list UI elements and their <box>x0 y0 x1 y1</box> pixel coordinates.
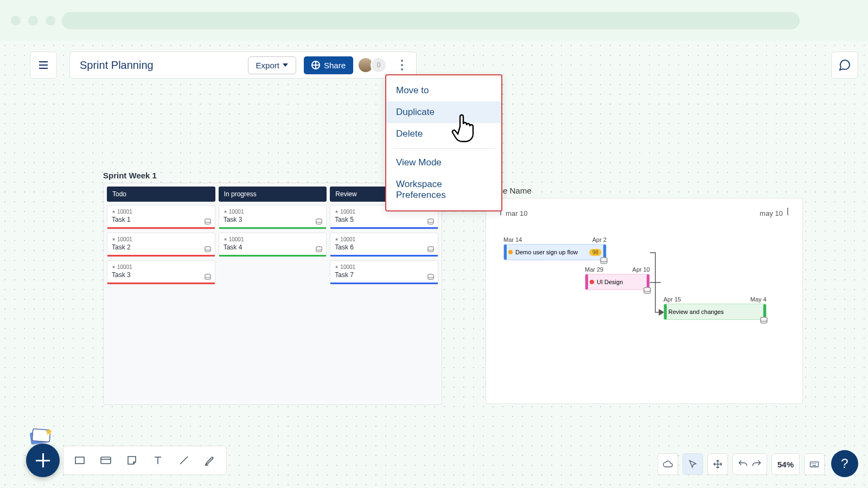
database-icon[interactable] <box>643 286 652 295</box>
menu-item-view-mode[interactable]: View Mode <box>386 152 501 174</box>
database-icon[interactable] <box>599 256 608 265</box>
sticky-note-tool[interactable] <box>120 448 144 472</box>
move-icon <box>712 459 723 470</box>
card-title: Task 7 <box>335 271 433 279</box>
rectangle-tool[interactable] <box>68 448 92 472</box>
kanban-column[interactable]: In progress10001 Task 3 10001 Task 4 <box>219 187 327 401</box>
database-icon[interactable] <box>427 273 435 281</box>
card-id: 10001 <box>224 209 322 215</box>
rectangle-icon <box>73 454 86 467</box>
database-icon[interactable] <box>204 218 212 226</box>
timeline-bar[interactable]: Apr 15May 4 Review and changes <box>663 296 767 320</box>
svg-rect-6 <box>75 457 84 464</box>
menu-item-delete[interactable]: Delete <box>386 123 501 145</box>
card-tool[interactable] <box>94 448 118 472</box>
cloud-icon <box>662 459 673 470</box>
bar-label: UI Design <box>597 279 623 285</box>
help-button[interactable]: ? <box>831 450 858 477</box>
bar-dates: Mar 29Apr 10 <box>585 266 650 273</box>
database-icon[interactable] <box>204 246 212 253</box>
resize-handle-left[interactable] <box>664 304 667 319</box>
column-header[interactable]: Todo <box>107 187 215 202</box>
canvas[interactable]: Sprint Planning Export Share 0 Move to D… <box>0 41 868 488</box>
pointer-tool[interactable] <box>682 453 703 475</box>
zoom-level[interactable]: 54% <box>771 453 800 475</box>
timeline-bar[interactable]: Mar 14Apr 2 Demo user sign up flow98 <box>503 236 607 260</box>
caret-down-icon <box>283 63 288 67</box>
shape-toolbar <box>63 446 227 475</box>
database-icon[interactable] <box>204 273 212 281</box>
browser-chrome <box>0 0 868 41</box>
kanban-column[interactable]: Review10001 Task 5 10001 Task 6 10001 Ta… <box>330 187 438 401</box>
text-tool[interactable] <box>146 448 170 472</box>
kanban-card[interactable]: 10001 Task 4 <box>219 233 327 257</box>
redo-icon[interactable] <box>751 459 762 470</box>
bar-body[interactable]: UI Design <box>585 274 650 290</box>
export-label: Export <box>256 61 279 70</box>
document-title[interactable]: Sprint Planning <box>80 59 240 72</box>
resize-handle-left[interactable] <box>504 245 507 260</box>
pan-tool[interactable] <box>707 453 728 475</box>
card-icon <box>99 454 112 467</box>
kanban-card[interactable]: 10001 Task 7 <box>330 260 438 285</box>
kanban-card[interactable]: 10001 Task 3 <box>107 260 215 285</box>
more-options-button[interactable] <box>394 54 410 76</box>
kanban-card[interactable]: 10001 Task 3 <box>219 205 327 229</box>
card-stripe <box>330 282 438 284</box>
line-tool[interactable] <box>172 448 196 472</box>
view-controls: 54% <box>658 453 825 475</box>
title-bar: Sprint Planning Export Share 0 <box>69 52 417 79</box>
menu-item-workspace-preferences[interactable]: Workspace Preferences <box>386 174 501 206</box>
comments-button[interactable] <box>831 52 858 79</box>
database-icon[interactable] <box>760 316 768 325</box>
card-stripe <box>330 227 438 229</box>
database-icon[interactable] <box>315 246 323 253</box>
bar-dates: Mar 14Apr 2 <box>503 236 607 243</box>
database-icon[interactable] <box>427 218 435 226</box>
column-header[interactable]: In progress <box>219 187 327 202</box>
hamburger-menu-button[interactable] <box>30 52 57 79</box>
kanban-card[interactable]: 10001 Task 2 <box>107 233 215 257</box>
card-id: 10001 <box>112 236 210 242</box>
menu-item-move-to[interactable]: Move to <box>386 80 501 101</box>
avatar-more-count[interactable]: 0 <box>371 57 387 73</box>
share-button[interactable]: Share <box>304 56 353 74</box>
bar-label: Review and changes <box>668 309 724 315</box>
timeline-header: mar 10 may 10 <box>493 209 796 217</box>
card-stripe <box>219 227 327 229</box>
kanban-column[interactable]: Todo10001 Task 1 10001 Task 2 10001 Task… <box>107 187 215 401</box>
export-button[interactable]: Export <box>248 56 296 74</box>
svg-rect-7 <box>101 457 111 464</box>
card-id: 10001 <box>112 264 210 270</box>
database-icon[interactable] <box>427 246 435 253</box>
hamburger-icon <box>37 59 50 72</box>
timeline-end-date: may 10 <box>760 209 783 217</box>
card-stripe <box>107 255 215 256</box>
card-id: 10001 <box>335 264 433 270</box>
templates-stack-icon[interactable] <box>27 424 53 446</box>
card-id: 10001 <box>112 209 210 215</box>
more-options-menu: Move to Duplicate Delete View Mode Works… <box>385 74 502 211</box>
kanban-card[interactable]: 10001 Task 1 <box>107 205 215 229</box>
kanban-card[interactable]: 10001 Task 6 <box>330 233 438 257</box>
database-icon[interactable] <box>315 218 323 226</box>
add-button[interactable] <box>26 444 60 477</box>
bar-body[interactable]: Review and changes <box>663 304 767 320</box>
resize-handle-left[interactable] <box>585 274 588 290</box>
undo-icon[interactable] <box>737 459 748 470</box>
timeline-panel[interactable]: mar 10 may 10 Mar 14Apr 2 Demo user sign… <box>486 198 803 404</box>
keyboard-shortcuts-button[interactable] <box>804 453 825 475</box>
highlighter-tool[interactable] <box>198 448 222 472</box>
svg-line-11 <box>180 457 188 464</box>
collaborator-avatars[interactable]: 0 <box>361 57 387 73</box>
undo-redo-group <box>732 453 767 475</box>
timeline-bar[interactable]: Mar 29Apr 10 UI Design <box>585 266 650 290</box>
bar-label: Demo user sign up flow <box>515 249 578 255</box>
menu-item-duplicate[interactable]: Duplicate <box>386 101 501 123</box>
kanban-board[interactable]: Todo10001 Task 1 10001 Task 2 10001 Task… <box>103 183 442 405</box>
status-dot-icon <box>590 280 594 284</box>
cloud-sync-button[interactable] <box>658 453 678 475</box>
card-title: Task 6 <box>335 243 433 251</box>
url-bar[interactable] <box>62 12 800 29</box>
bar-body[interactable]: Demo user sign up flow98 <box>503 244 607 260</box>
